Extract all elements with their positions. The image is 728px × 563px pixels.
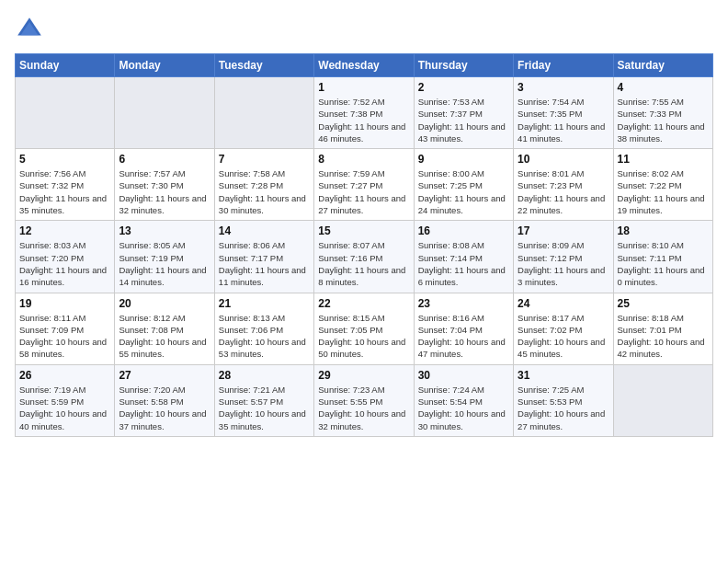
calendar-cell: 20Sunrise: 8:12 AMSunset: 7:08 PMDayligh… [115, 293, 214, 364]
week-row-1: 1Sunrise: 7:52 AMSunset: 7:38 PMDaylight… [16, 77, 713, 149]
day-info: Sunrise: 7:58 AMSunset: 7:28 PMDaylight:… [219, 167, 310, 216]
calendar-cell: 1Sunrise: 7:52 AMSunset: 7:38 PMDaylight… [314, 77, 414, 149]
day-info: Sunrise: 7:20 AMSunset: 5:58 PMDaylight:… [119, 384, 210, 432]
calendar-cell: 28Sunrise: 7:21 AMSunset: 5:57 PMDayligh… [214, 364, 313, 436]
calendar-cell: 7Sunrise: 7:58 AMSunset: 7:28 PMDaylight… [214, 149, 313, 221]
day-info: Sunrise: 7:52 AMSunset: 7:38 PMDaylight:… [318, 96, 409, 144]
weekday-header-wednesday: Wednesday [314, 54, 414, 77]
day-number: 8 [318, 153, 409, 166]
day-number: 20 [119, 297, 210, 310]
day-info: Sunrise: 8:09 AMSunset: 7:12 PMDaylight:… [518, 239, 609, 288]
calendar-cell: 16Sunrise: 8:08 AMSunset: 7:14 PMDayligh… [414, 221, 513, 293]
day-info: Sunrise: 7:19 AMSunset: 5:59 PMDaylight:… [19, 384, 110, 432]
day-number: 4 [618, 81, 709, 94]
day-number: 12 [19, 224, 110, 237]
weekday-header-row: SundayMondayTuesdayWednesdayThursdayFrid… [16, 54, 713, 77]
calendar-cell: 2Sunrise: 7:53 AMSunset: 7:37 PMDaylight… [414, 77, 513, 149]
weekday-header-friday: Friday [514, 54, 613, 77]
day-number: 2 [418, 81, 509, 94]
day-number: 6 [119, 153, 210, 166]
day-info: Sunrise: 8:13 AMSunset: 7:06 PMDaylight:… [219, 312, 310, 361]
calendar-cell: 24Sunrise: 8:17 AMSunset: 7:02 PMDayligh… [514, 293, 613, 364]
weekday-header-monday: Monday [115, 54, 214, 77]
calendar-cell: 25Sunrise: 8:18 AMSunset: 7:01 PMDayligh… [613, 293, 712, 364]
day-number: 27 [119, 369, 210, 382]
day-info: Sunrise: 8:03 AMSunset: 7:20 PMDaylight:… [19, 239, 110, 288]
calendar-cell: 5Sunrise: 7:56 AMSunset: 7:32 PMDaylight… [16, 149, 115, 221]
day-info: Sunrise: 7:57 AMSunset: 7:30 PMDaylight:… [119, 167, 210, 216]
day-info: Sunrise: 7:56 AMSunset: 7:32 PMDaylight:… [19, 167, 110, 216]
calendar-cell: 26Sunrise: 7:19 AMSunset: 5:59 PMDayligh… [16, 364, 115, 436]
logo-icon [15, 15, 44, 44]
calendar-cell: 31Sunrise: 7:25 AMSunset: 5:53 PMDayligh… [514, 364, 613, 436]
calendar-cell [115, 77, 214, 149]
day-number: 31 [518, 369, 609, 382]
day-info: Sunrise: 8:10 AMSunset: 7:11 PMDaylight:… [618, 239, 709, 288]
day-number: 13 [119, 224, 210, 237]
calendar-cell: 4Sunrise: 7:55 AMSunset: 7:33 PMDaylight… [613, 77, 712, 149]
day-number: 21 [219, 297, 310, 310]
day-info: Sunrise: 7:54 AMSunset: 7:35 PMDaylight:… [518, 96, 609, 144]
day-info: Sunrise: 8:15 AMSunset: 7:05 PMDaylight:… [318, 312, 409, 361]
calendar-cell: 9Sunrise: 8:00 AMSunset: 7:25 PMDaylight… [414, 149, 513, 221]
day-info: Sunrise: 8:02 AMSunset: 7:22 PMDaylight:… [618, 167, 709, 216]
day-number: 19 [19, 297, 110, 310]
calendar-cell: 12Sunrise: 8:03 AMSunset: 7:20 PMDayligh… [16, 221, 115, 293]
day-info: Sunrise: 8:11 AMSunset: 7:09 PMDaylight:… [19, 312, 110, 361]
day-info: Sunrise: 8:12 AMSunset: 7:08 PMDaylight:… [119, 312, 210, 361]
week-row-4: 19Sunrise: 8:11 AMSunset: 7:09 PMDayligh… [16, 293, 713, 364]
calendar-cell: 22Sunrise: 8:15 AMSunset: 7:05 PMDayligh… [314, 293, 414, 364]
calendar-cell: 18Sunrise: 8:10 AMSunset: 7:11 PMDayligh… [613, 221, 712, 293]
calendar-cell: 29Sunrise: 7:23 AMSunset: 5:55 PMDayligh… [314, 364, 414, 436]
day-number: 23 [418, 297, 509, 310]
day-number: 18 [618, 224, 709, 237]
day-info: Sunrise: 8:06 AMSunset: 7:17 PMDaylight:… [219, 239, 310, 288]
day-number: 15 [318, 224, 409, 237]
day-info: Sunrise: 7:59 AMSunset: 7:27 PMDaylight:… [318, 167, 409, 216]
day-number: 28 [219, 369, 310, 382]
weekday-header-tuesday: Tuesday [214, 54, 313, 77]
day-info: Sunrise: 7:23 AMSunset: 5:55 PMDaylight:… [318, 384, 409, 432]
day-number: 3 [518, 81, 609, 94]
day-number: 24 [518, 297, 609, 310]
day-info: Sunrise: 8:00 AMSunset: 7:25 PMDaylight:… [418, 167, 509, 216]
day-info: Sunrise: 8:08 AMSunset: 7:14 PMDaylight:… [418, 239, 509, 288]
day-info: Sunrise: 7:55 AMSunset: 7:33 PMDaylight:… [618, 96, 709, 144]
day-number: 22 [318, 297, 409, 310]
calendar-cell: 13Sunrise: 8:05 AMSunset: 7:19 PMDayligh… [115, 221, 214, 293]
calendar-cell: 23Sunrise: 8:16 AMSunset: 7:04 PMDayligh… [414, 293, 513, 364]
day-number: 26 [19, 369, 110, 382]
calendar-cell: 27Sunrise: 7:20 AMSunset: 5:58 PMDayligh… [115, 364, 214, 436]
day-info: Sunrise: 8:17 AMSunset: 7:02 PMDaylight:… [518, 312, 609, 361]
day-info: Sunrise: 8:05 AMSunset: 7:19 PMDaylight:… [119, 239, 210, 288]
day-number: 1 [318, 81, 409, 94]
calendar-cell [214, 77, 313, 149]
day-number: 30 [418, 369, 509, 382]
day-info: Sunrise: 8:18 AMSunset: 7:01 PMDaylight:… [618, 312, 709, 361]
calendar-cell: 30Sunrise: 7:24 AMSunset: 5:54 PMDayligh… [414, 364, 513, 436]
calendar-table: SundayMondayTuesdayWednesdayThursdayFrid… [15, 53, 713, 437]
day-number: 5 [19, 153, 110, 166]
weekday-header-thursday: Thursday [414, 54, 513, 77]
calendar-cell: 14Sunrise: 8:06 AMSunset: 7:17 PMDayligh… [214, 221, 313, 293]
weekday-header-saturday: Saturday [613, 54, 712, 77]
day-info: Sunrise: 8:16 AMSunset: 7:04 PMDaylight:… [418, 312, 509, 361]
day-number: 29 [318, 369, 409, 382]
logo [15, 15, 48, 44]
day-number: 17 [518, 224, 609, 237]
day-info: Sunrise: 8:07 AMSunset: 7:16 PMDaylight:… [318, 239, 409, 288]
calendar-cell: 10Sunrise: 8:01 AMSunset: 7:23 PMDayligh… [514, 149, 613, 221]
calendar-cell: 8Sunrise: 7:59 AMSunset: 7:27 PMDaylight… [314, 149, 414, 221]
week-row-5: 26Sunrise: 7:19 AMSunset: 5:59 PMDayligh… [16, 364, 713, 436]
day-number: 14 [219, 224, 310, 237]
day-info: Sunrise: 7:25 AMSunset: 5:53 PMDaylight:… [518, 384, 609, 432]
day-info: Sunrise: 8:01 AMSunset: 7:23 PMDaylight:… [518, 167, 609, 216]
day-number: 16 [418, 224, 509, 237]
week-row-2: 5Sunrise: 7:56 AMSunset: 7:32 PMDaylight… [16, 149, 713, 221]
day-number: 25 [618, 297, 709, 310]
calendar-cell: 15Sunrise: 8:07 AMSunset: 7:16 PMDayligh… [314, 221, 414, 293]
calendar-cell [613, 364, 712, 436]
weekday-header-sunday: Sunday [16, 54, 115, 77]
day-info: Sunrise: 7:53 AMSunset: 7:37 PMDaylight:… [418, 96, 509, 144]
day-info: Sunrise: 7:24 AMSunset: 5:54 PMDaylight:… [418, 384, 509, 432]
